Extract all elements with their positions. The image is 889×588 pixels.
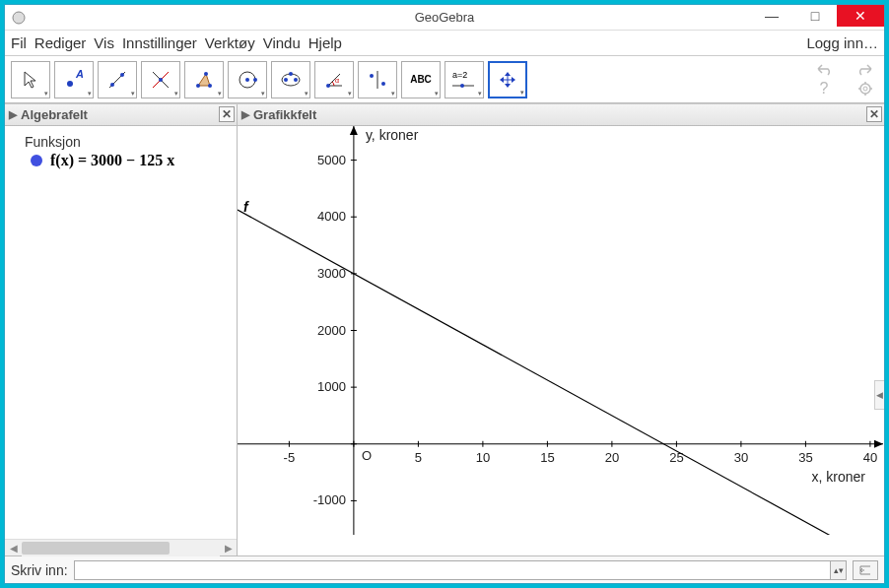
- plot-canvas[interactable]: -5510152025303540-1000100020003000400050…: [238, 126, 883, 535]
- menu-rediger[interactable]: Rediger: [34, 34, 87, 51]
- svg-text:10: 10: [476, 450, 490, 465]
- reflect-icon: [366, 68, 389, 92]
- scroll-left-icon[interactable]: ◀: [5, 540, 22, 556]
- algebra-item[interactable]: f(x) = 3000 − 125 x: [31, 152, 231, 169]
- line-icon: [105, 68, 129, 92]
- svg-text:3000: 3000: [317, 266, 346, 281]
- svg-point-20: [326, 84, 330, 88]
- svg-point-5: [120, 73, 124, 77]
- algebra-close-button[interactable]: ✕: [219, 106, 235, 122]
- svg-text:O: O: [362, 448, 372, 463]
- svg-text:f: f: [243, 199, 249, 215]
- svg-point-4: [110, 83, 114, 87]
- move-tool[interactable]: ▾: [11, 61, 50, 98]
- undo-icon: [814, 62, 834, 76]
- graphics-header[interactable]: ▶ Grafikkfelt ✕: [238, 104, 884, 126]
- text-tool[interactable]: ABC▾: [401, 61, 441, 98]
- perpendicular-tool[interactable]: ▾: [141, 61, 180, 98]
- svg-text:5: 5: [415, 450, 422, 465]
- titlebar: GeoGebra — □ ✕: [5, 5, 884, 31]
- algebra-header[interactable]: ▶ Algebrafelt ✕: [5, 104, 237, 126]
- svg-line-75: [238, 210, 883, 535]
- undo-button[interactable]: [813, 60, 835, 78]
- menubar: Fil Rediger Vis Innstillinger Verktøy Vi…: [5, 31, 884, 56]
- polygon-icon: [192, 68, 216, 92]
- graphics-close-button[interactable]: ✕: [866, 106, 882, 122]
- polygon-tool[interactable]: ▾: [184, 61, 224, 98]
- svg-text:4000: 4000: [317, 209, 346, 224]
- svg-point-0: [13, 12, 25, 24]
- algebra-scrollbar[interactable]: ◀ ▶: [5, 539, 237, 555]
- svg-text:25: 25: [669, 450, 683, 465]
- menu-hjelp[interactable]: Hjelp: [308, 34, 342, 51]
- svg-text:20: 20: [605, 450, 619, 465]
- ellipse-tool[interactable]: ▾: [271, 61, 310, 98]
- menu-vis[interactable]: Vis: [94, 34, 114, 51]
- abc-icon: ABC: [410, 74, 432, 85]
- svg-point-27: [460, 84, 464, 88]
- svg-point-10: [196, 84, 200, 88]
- svg-marker-38: [874, 440, 883, 448]
- slider-icon: a=2: [448, 68, 480, 92]
- menu-fil[interactable]: Fil: [11, 34, 27, 51]
- svg-point-23: [370, 74, 374, 78]
- svg-point-14: [245, 78, 249, 82]
- point-tool[interactable]: A▾: [54, 61, 94, 98]
- scroll-track[interactable]: [22, 540, 220, 556]
- svg-point-12: [204, 72, 208, 76]
- help-button[interactable]: ?: [813, 80, 835, 98]
- redo-button[interactable]: [855, 60, 876, 78]
- triangle-icon: ▶: [9, 108, 17, 121]
- scroll-right-icon[interactable]: ▶: [220, 540, 237, 556]
- angle-tool[interactable]: α▾: [314, 61, 354, 98]
- close-button[interactable]: ✕: [837, 5, 884, 27]
- svg-point-8: [159, 78, 163, 82]
- input-help-button[interactable]: [853, 560, 878, 580]
- svg-point-17: [284, 78, 288, 82]
- ellipse-icon: [279, 68, 303, 92]
- input-help-icon: [858, 564, 872, 576]
- app-icon: [11, 10, 27, 26]
- graphics-view[interactable]: -5510152025303540-1000100020003000400050…: [238, 126, 884, 555]
- input-bar: Skriv inn: ▴▾: [5, 555, 884, 583]
- input-field[interactable]: [74, 560, 831, 580]
- menu-vindu[interactable]: Vindu: [263, 34, 301, 51]
- toolbar: ▾ A▾ ▾ ▾ ▾ ▾ ▾ α▾ ▾ ABC▾ a=2▾ ▾ ?: [5, 56, 884, 103]
- algebra-title: Algebrafelt: [21, 107, 88, 122]
- input-dropdown-button[interactable]: ▴▾: [831, 560, 847, 580]
- svg-text:40: 40: [863, 450, 877, 465]
- maximize-button[interactable]: □: [793, 5, 837, 27]
- svg-text:30: 30: [734, 450, 748, 465]
- svg-text:α: α: [335, 77, 339, 84]
- move-view-tool[interactable]: ▾: [488, 61, 527, 98]
- gear-icon: [857, 81, 873, 97]
- visibility-dot-icon[interactable]: [31, 155, 42, 166]
- menu-innstillinger[interactable]: Innstillinger: [122, 34, 197, 51]
- input-label: Skriv inn:: [11, 562, 68, 578]
- svg-point-24: [381, 82, 385, 86]
- svg-text:y, kroner: y, kroner: [366, 127, 419, 143]
- scroll-thumb[interactable]: [22, 542, 170, 555]
- slider-tool[interactable]: a=2▾: [444, 61, 484, 98]
- svg-text:x, kroner: x, kroner: [812, 469, 866, 485]
- login-link[interactable]: Logg inn…: [806, 34, 878, 51]
- svg-text:15: 15: [540, 450, 554, 465]
- settings-button[interactable]: [855, 80, 876, 98]
- svg-text:35: 35: [798, 450, 812, 465]
- algebra-formula: f(x) = 3000 − 125 x: [50, 152, 174, 169]
- side-expand-button[interactable]: ◀: [874, 380, 884, 410]
- reflect-tool[interactable]: ▾: [358, 61, 397, 98]
- svg-point-19: [289, 72, 293, 76]
- svg-text:A: A: [75, 68, 84, 80]
- circle-tool[interactable]: ▾: [228, 61, 267, 98]
- svg-point-30: [860, 84, 870, 94]
- point-icon: A: [62, 68, 86, 92]
- svg-text:2000: 2000: [317, 323, 346, 338]
- minimize-button[interactable]: —: [750, 5, 793, 27]
- angle-icon: α: [322, 68, 346, 92]
- menu-verktoy[interactable]: Verktøy: [205, 34, 255, 51]
- perpendicular-icon: [149, 68, 172, 92]
- svg-marker-9: [198, 74, 210, 86]
- line-tool[interactable]: ▾: [98, 61, 137, 98]
- svg-point-11: [208, 84, 212, 88]
